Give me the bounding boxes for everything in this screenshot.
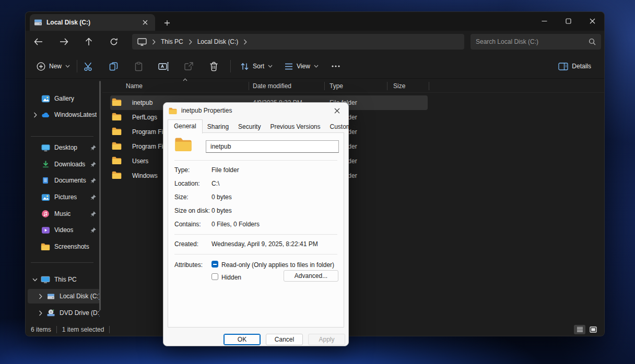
- sort-button[interactable]: Sort: [236, 57, 277, 76]
- dvd-drive-icon: [45, 309, 56, 317]
- tab-security[interactable]: Security: [233, 121, 265, 133]
- column-header-type[interactable]: Type: [330, 82, 343, 90]
- sidebar-item-dvd-drive-d[interactable]: DVD Drive (D:): [28, 306, 100, 320]
- sidebar-item-local-disk-c[interactable]: Local Disk (C:): [28, 289, 100, 304]
- this-pc-icon[interactable]: [137, 38, 147, 46]
- file-name: Users: [132, 157, 148, 165]
- search-input[interactable]: [476, 38, 589, 45]
- plus-circle-icon: [37, 62, 45, 71]
- tab-customize[interactable]: Customize: [325, 121, 364, 133]
- back-button[interactable]: [30, 33, 46, 50]
- chevron-right-icon[interactable]: [30, 112, 40, 118]
- apply-button-label: Apply: [319, 336, 334, 343]
- column-header-date-modified[interactable]: Date modified: [253, 82, 291, 90]
- refresh-button[interactable]: [105, 33, 122, 50]
- drive-icon: [45, 293, 56, 300]
- file-name: PerfLogs: [132, 114, 157, 121]
- sidebar-item-pictures[interactable]: Pictures: [28, 190, 100, 204]
- folder-icon: [112, 171, 122, 179]
- sidebar-scrollbar[interactable]: [99, 81, 101, 310]
- sidebar-item-this-pc[interactable]: This PC: [28, 272, 100, 287]
- column-header-size[interactable]: Size: [393, 82, 405, 90]
- sidebar-item-documents[interactable]: Documents: [28, 173, 100, 188]
- gallery-icon: [40, 94, 51, 103]
- sidebar-item-label: Gallery: [54, 95, 74, 102]
- close-button[interactable]: [580, 12, 604, 30]
- forward-button[interactable]: [55, 33, 72, 50]
- sidebar-item-windowslatest[interactable]: WindowsLatest: [28, 107, 100, 122]
- sidebar-item-screenshots[interactable]: Screenshots: [28, 239, 100, 254]
- chevron-down-icon: [65, 65, 70, 68]
- chevron-right-icon: [152, 39, 156, 45]
- created-label: Created:: [174, 240, 198, 248]
- sidebar-item-label: Local Disk (C:): [60, 293, 100, 300]
- sidebar-item-label: Videos: [54, 226, 73, 234]
- dialog-close-icon[interactable]: [331, 104, 343, 117]
- readonly-label: Read-only (Only applies to files in fold…: [221, 261, 334, 269]
- explorer-tab[interactable]: Local Disk (C:): [30, 14, 155, 31]
- new-button[interactable]: New: [32, 57, 75, 76]
- column-header-name[interactable]: Name: [126, 82, 143, 90]
- sidebar-item-desktop[interactable]: Desktop: [28, 140, 100, 155]
- sidebar-item-downloads[interactable]: Downloads: [28, 157, 100, 172]
- sidebar-item-label: Desktop: [54, 144, 77, 151]
- cancel-button-label: Cancel: [275, 336, 294, 343]
- copy-button[interactable]: [104, 57, 123, 76]
- view-button[interactable]: View: [280, 57, 323, 76]
- paste-button[interactable]: [129, 57, 148, 76]
- navigation-bar: This PC Local Disk (C:): [26, 31, 604, 53]
- ok-button-label: OK: [238, 336, 246, 343]
- desktop-icon: [40, 144, 51, 152]
- details-pane-icon: [558, 63, 568, 70]
- ok-button[interactable]: OK: [224, 334, 261, 345]
- breadcrumb-this-pc[interactable]: This PC: [161, 38, 183, 45]
- selection-count: 1 item selected: [62, 326, 104, 333]
- pin-icon: [90, 178, 100, 184]
- chevron-down-icon[interactable]: [30, 278, 40, 282]
- column-headers: Name Date modified Type Size: [102, 79, 604, 93]
- delete-button[interactable]: [204, 57, 223, 76]
- tab-close-icon[interactable]: [139, 17, 151, 28]
- cancel-button[interactable]: Cancel: [266, 334, 303, 345]
- view-button-label: View: [297, 63, 310, 70]
- file-name: Windows: [132, 172, 158, 179]
- search-box[interactable]: [471, 34, 601, 50]
- tab-sharing[interactable]: Sharing: [203, 121, 233, 133]
- share-button[interactable]: [179, 57, 198, 76]
- chevron-right-icon[interactable]: [35, 310, 45, 316]
- type-label: Type:: [174, 166, 190, 174]
- pin-icon: [90, 227, 100, 233]
- thumbnail-view-toggle[interactable]: [587, 325, 599, 334]
- sidebar-item-videos[interactable]: Videos: [28, 223, 100, 237]
- tab-general[interactable]: General: [168, 119, 203, 134]
- file-name: inetpub: [132, 99, 152, 106]
- folder-name-input[interactable]: [206, 140, 339, 153]
- pin-icon: [90, 162, 100, 167]
- hidden-checkbox[interactable]: [211, 273, 218, 280]
- folder-icon: [40, 243, 51, 250]
- command-toolbar: New: [26, 54, 604, 79]
- apply-button[interactable]: Apply: [308, 334, 345, 345]
- readonly-checkbox[interactable]: [211, 261, 218, 268]
- navigation-pane: Gallery WindowsLatest Desktop: [26, 79, 102, 323]
- details-pane-button[interactable]: Details: [554, 57, 596, 76]
- pin-icon: [90, 195, 100, 200]
- music-icon: [40, 210, 51, 218]
- maximize-button[interactable]: [556, 12, 580, 30]
- search-icon[interactable]: [589, 38, 596, 45]
- new-tab-button[interactable]: [160, 16, 174, 30]
- details-view-toggle[interactable]: [574, 325, 585, 334]
- onedrive-cloud-icon: [40, 112, 51, 118]
- more-options-button[interactable]: [326, 57, 345, 76]
- contains-value: 0 Files, 0 Folders: [211, 221, 260, 228]
- minimize-button[interactable]: [532, 12, 556, 30]
- advanced-button[interactable]: Advanced...: [284, 270, 338, 282]
- cut-button[interactable]: [79, 57, 98, 76]
- rename-button[interactable]: [154, 57, 173, 76]
- chevron-right-icon[interactable]: [35, 294, 45, 299]
- sidebar-item-gallery[interactable]: Gallery: [28, 91, 100, 106]
- up-button[interactable]: [80, 33, 97, 50]
- sidebar-item-music[interactable]: Music: [28, 207, 100, 221]
- breadcrumb-local-disk[interactable]: Local Disk (C:): [197, 38, 239, 45]
- tab-previous-versions[interactable]: Previous Versions: [265, 121, 325, 133]
